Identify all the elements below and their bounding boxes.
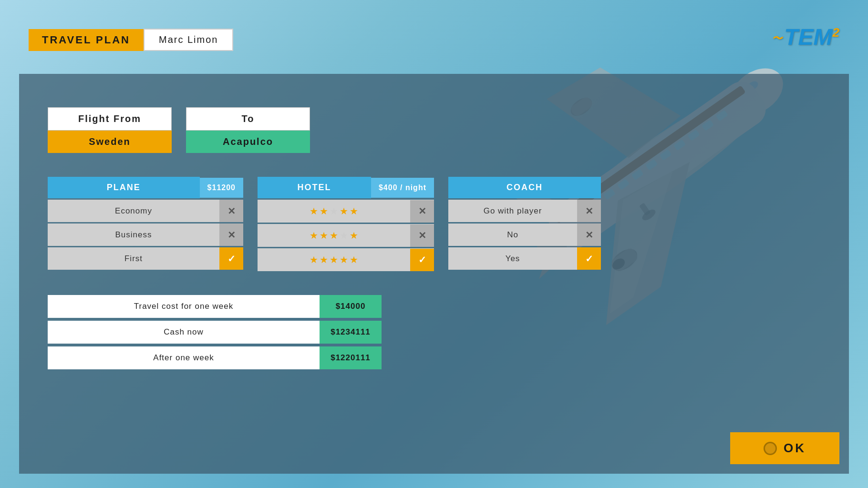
plane-header-row: PLANE $11200 [48,177,243,198]
hotel-price: $400 / night [371,178,434,198]
star-1-4: ★ [340,205,348,217]
plane-header-label: PLANE [48,177,200,198]
ok-button[interactable]: OK [730,432,839,464]
star-2-2: ★ [320,230,328,241]
coach-header-row: COACH [448,177,601,198]
flight-to-label: To [186,107,310,131]
hotel-stars-1: ★ ★ ★ ★ ★ [258,200,410,223]
coach-row-go-with-player[interactable]: Go with player [448,200,601,222]
travel-cost-row: Travel cost for one week $14000 [48,295,382,318]
star-2-5: ★ [350,230,358,241]
first-check[interactable] [219,247,243,270]
header: TRAVEL PLAN Marc Limon [29,29,233,51]
plane-row-economy[interactable]: Economy [48,200,243,222]
flight-to-box: To Acapulco [186,107,310,153]
after-week-label: After one week [48,346,320,369]
plane-row-first[interactable]: First [48,247,243,270]
cost-section: Travel cost for one week $14000 Cash now… [48,295,382,369]
star-2-3: ★ [330,230,338,241]
star-1-5: ★ [350,205,358,217]
flight-from-value: Sweden [48,131,172,153]
coach-row-no[interactable]: No [448,224,601,246]
hotel-column: HOTEL $400 / night ★ ★ ★ ★ ★ ★ ★ ★ [258,177,434,271]
go-with-player-label: Go with player [448,201,577,222]
player-name: Marc Limon [144,29,233,51]
business-check[interactable] [219,224,243,246]
cash-now-row: Cash now $1234111 [48,321,382,344]
star-2-1: ★ [310,230,318,241]
coach-column: COACH Go with player No Yes [448,177,601,271]
flight-to-value: Acapulco [186,131,310,153]
coach-row-yes[interactable]: Yes [448,247,601,270]
yes-label: Yes [448,248,577,269]
economy-check[interactable] [219,200,243,222]
star-3-1: ★ [310,254,318,265]
hotel-header-label: HOTEL [258,177,371,198]
no-label: No [448,224,577,245]
hotel-row-2[interactable]: ★ ★ ★ ★ ★ [258,224,434,247]
hotel-header-row: HOTEL $400 / night [258,177,434,198]
star-2-4: ★ [340,230,348,241]
cash-now-value: $1234111 [320,321,382,344]
first-label: First [48,248,219,269]
star-3-2: ★ [320,254,328,265]
travel-cost-label: Travel cost for one week [48,295,320,318]
hotel-row-1[interactable]: ★ ★ ★ ★ ★ [258,200,434,223]
main-panel: Flight From Sweden To Acapulco PLANE $11… [19,74,849,474]
star-1-3: ★ [330,205,338,217]
economy-label: Economy [48,201,219,222]
logo-curve: 〜 [772,32,782,44]
after-week-row: After one week $1220111 [48,346,382,369]
business-label: Business [48,224,219,245]
go-with-player-check[interactable] [577,200,601,222]
star-3-4: ★ [340,254,348,265]
yes-check[interactable] [577,247,601,270]
coin-icon [764,442,777,455]
coach-header-label: COACH [448,177,601,198]
flight-section: Flight From Sweden To Acapulco [48,107,820,153]
flight-from-box: Flight From Sweden [48,107,172,153]
logo-swoosh: 〜TEM2 [772,24,839,50]
star-1-1: ★ [310,205,318,217]
plane-price: $11200 [200,178,243,198]
star-1-2: ★ [320,205,328,217]
travel-cost-value: $14000 [320,295,382,318]
after-week-value: $1220111 [320,346,382,369]
plane-row-business[interactable]: Business [48,224,243,246]
cash-now-label: Cash now [48,321,320,344]
plane-column: PLANE $11200 Economy Business First [48,177,243,271]
star-3-5: ★ [350,254,358,265]
hotel-stars-3: ★ ★ ★ ★ ★ [258,248,410,271]
hotel-check-2[interactable] [410,224,434,247]
hotel-check-1[interactable] [410,200,434,223]
logo: 〜TEM2 [772,24,839,50]
options-section: PLANE $11200 Economy Business First HOTE… [48,177,820,271]
hotel-check-3[interactable] [410,249,434,271]
hotel-row-3[interactable]: ★ ★ ★ ★ ★ [258,248,434,271]
logo-superscript: 2 [833,25,839,40]
travel-plan-label: TRAVEL PLAN [29,29,144,51]
star-3-3: ★ [330,254,338,265]
flight-from-label: Flight From [48,107,172,131]
hotel-stars-2: ★ ★ ★ ★ ★ [258,224,410,247]
ok-label: OK [784,441,806,456]
no-check[interactable] [577,224,601,246]
